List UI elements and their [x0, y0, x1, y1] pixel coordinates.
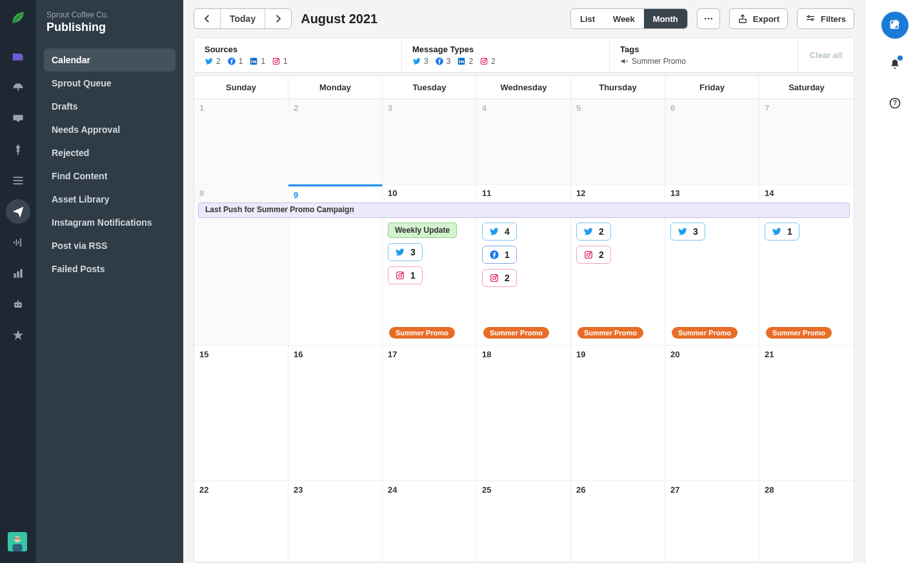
- calendar-day[interactable]: 6: [665, 99, 759, 184]
- calendar-day[interactable]: 27: [665, 481, 759, 562]
- nav-item-find-content[interactable]: Find Content: [44, 164, 176, 188]
- calendar-day[interactable]: 16: [288, 346, 383, 481]
- date-nav-group: Today: [194, 8, 292, 29]
- day-tag-pill[interactable]: Summer Promo: [672, 327, 738, 339]
- nav-item-rejected[interactable]: Rejected: [44, 141, 176, 164]
- svg-point-31: [277, 59, 278, 60]
- calendar-day[interactable]: 20: [665, 346, 759, 481]
- calendar-day[interactable]: 28: [759, 481, 854, 562]
- filter-clear[interactable]: Clear all: [798, 38, 854, 72]
- export-button[interactable]: Export: [729, 8, 788, 29]
- calendar-day[interactable]: 21: [759, 346, 854, 481]
- filters-button[interactable]: Filters: [797, 8, 854, 29]
- calendar-day[interactable]: 2: [288, 99, 383, 184]
- svg-point-41: [402, 273, 403, 273]
- rail-listening-icon[interactable]: [0, 227, 36, 258]
- svg-point-30: [275, 60, 277, 63]
- day-number: 6: [670, 103, 754, 113]
- calendar-day[interactable]: 22: [194, 481, 288, 562]
- rail-feeds-icon[interactable]: [0, 165, 36, 196]
- notification-dot-icon: [898, 55, 903, 61]
- filter-pair-facebook: 1: [227, 57, 243, 66]
- day-tag-pill[interactable]: Summer Promo: [483, 327, 549, 339]
- nav-item-asset-library[interactable]: Asset Library: [44, 188, 176, 211]
- calendar-weeks: 1234567Last Push for Summer Promo Campai…: [194, 99, 854, 562]
- clear-all-link[interactable]: Clear all: [810, 50, 843, 60]
- post-chip-twitter[interactable]: 3: [670, 222, 705, 241]
- compose-button[interactable]: [881, 12, 909, 39]
- calendar-day[interactable]: 25: [477, 481, 571, 562]
- post-chip-instagram[interactable]: 2: [576, 246, 611, 264]
- rail-bot-icon[interactable]: [0, 289, 36, 320]
- more-actions-button[interactable]: [697, 8, 720, 29]
- export-label: Export: [753, 14, 779, 24]
- campaign-span-bar[interactable]: Last Push for Summer Promo Campaign: [198, 202, 850, 218]
- day-number: 5: [576, 103, 659, 113]
- rail-star-icon[interactable]: [0, 320, 36, 351]
- rail-publishing-icon[interactable]: [0, 41, 36, 72]
- calendar-day[interactable]: 15: [194, 346, 288, 481]
- svg-point-21: [710, 18, 712, 20]
- post-chip-twitter[interactable]: 1: [765, 222, 799, 241]
- day-number: 28: [765, 485, 849, 495]
- filter-sources[interactable]: Sources 2111: [194, 38, 402, 72]
- calendar-day[interactable]: 17: [383, 346, 477, 481]
- nav-item-needs-approval[interactable]: Needs Approval: [44, 118, 176, 141]
- calendar-note[interactable]: Weekly Update: [388, 222, 457, 238]
- help-button[interactable]: ?: [882, 90, 908, 116]
- post-chip-facebook[interactable]: 1: [482, 246, 517, 264]
- svg-point-23: [808, 15, 810, 17]
- svg-point-24: [811, 19, 813, 21]
- nav-item-post-via-rss[interactable]: Post via RSS: [44, 234, 176, 257]
- prev-period-button[interactable]: [194, 9, 220, 28]
- view-week-button[interactable]: Week: [604, 9, 644, 28]
- post-chip-twitter[interactable]: 4: [482, 222, 517, 241]
- calendar-day[interactable]: 5: [571, 99, 665, 184]
- post-chip-instagram[interactable]: 2: [482, 269, 517, 287]
- day-number: 10: [388, 188, 471, 198]
- calendar-day[interactable]: 4: [477, 99, 571, 184]
- nav-item-failed-posts[interactable]: Failed Posts: [44, 257, 176, 281]
- day-tag-pill[interactable]: Summer Promo: [578, 327, 643, 339]
- svg-rect-0: [17, 88, 19, 91]
- calendar-day[interactable]: 7: [759, 99, 854, 184]
- rail-inbox-icon[interactable]: [0, 103, 36, 134]
- day-tag-pill[interactable]: Summer Promo: [389, 327, 455, 339]
- calendar-day[interactable]: 24: [383, 481, 477, 562]
- notifications-button[interactable]: [882, 52, 908, 77]
- day-tag-pill[interactable]: Summer Promo: [766, 327, 832, 339]
- post-chip-twitter[interactable]: 2: [576, 222, 611, 241]
- svg-point-40: [399, 274, 402, 277]
- calendar-day[interactable]: 18: [477, 346, 571, 481]
- filter-sources-title: Sources: [205, 44, 391, 54]
- post-chip-instagram[interactable]: 1: [388, 266, 423, 284]
- day-number: 16: [294, 350, 377, 359]
- calendar-day[interactable]: 3: [383, 99, 477, 184]
- rail-reports-icon[interactable]: [0, 258, 36, 289]
- next-period-button[interactable]: [265, 9, 291, 28]
- view-list-button[interactable]: List: [571, 9, 604, 28]
- today-button[interactable]: Today: [220, 9, 265, 28]
- rail-dashboard-icon[interactable]: [0, 72, 36, 103]
- day-number: 19: [576, 350, 659, 359]
- view-month-button[interactable]: Month: [644, 9, 687, 28]
- calendar-day[interactable]: 23: [288, 481, 383, 562]
- nav-item-instagram-notifications[interactable]: Instagram Notifications: [44, 211, 176, 234]
- nav-item-drafts[interactable]: Drafts: [44, 95, 176, 118]
- filter-message-types[interactable]: Message Types 3322: [402, 38, 610, 72]
- nav-item-sprout-queue[interactable]: Sprout Queue: [44, 72, 176, 95]
- post-chip-twitter[interactable]: 3: [388, 243, 423, 261]
- calendar-day[interactable]: 1: [194, 99, 288, 184]
- calendar-day[interactable]: 19: [571, 346, 665, 481]
- secondary-nav: Sprout Coffee Co. Publishing CalendarSpr…: [36, 0, 183, 563]
- nav-item-calendar[interactable]: Calendar: [44, 48, 176, 72]
- day-number: 3: [388, 103, 471, 113]
- user-avatar[interactable]: [8, 532, 27, 551]
- filter-tags[interactable]: Tags Summer Promo: [610, 38, 798, 72]
- rail-pin-icon[interactable]: [0, 134, 36, 165]
- rail-send-icon[interactable]: [0, 196, 36, 227]
- svg-rect-2: [14, 180, 23, 181]
- calendar-day[interactable]: 26: [571, 481, 665, 562]
- day-number: 7: [765, 103, 849, 113]
- filter-tags-title: Tags: [620, 44, 787, 54]
